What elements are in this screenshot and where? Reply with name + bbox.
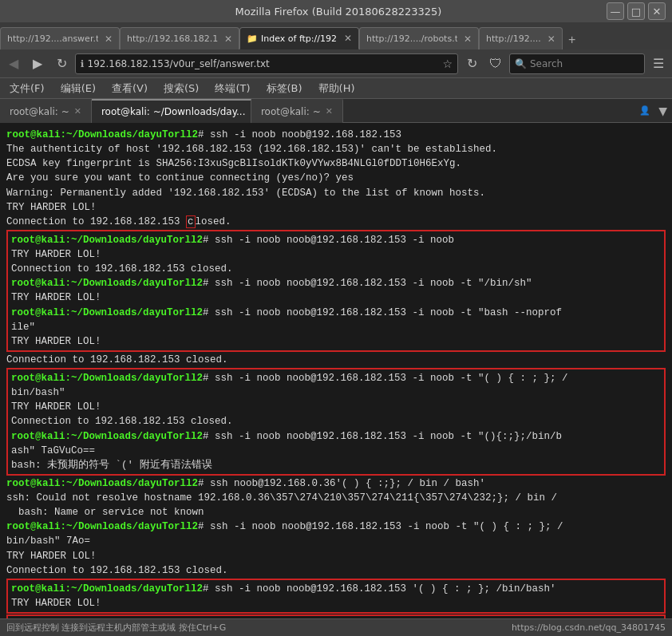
browser-tab-3[interactable]: 📁 Index of ftp://192.... ✕ (239, 27, 359, 49)
menu-search[interactable]: 搜索(S) (159, 80, 204, 97)
tab-label: http://192....answer.txt (7, 34, 98, 44)
terminal-line-6: TRY HARDER LOL! (6, 200, 666, 215)
terminal-content[interactable]: root@kali:~/Downloads/dayuTorll2# ssh -i… (0, 123, 672, 618)
terminal-line-19: Connection to 192.168.182.153 closed. (11, 414, 661, 429)
menu-view[interactable]: 查看(V) (107, 80, 152, 97)
window-title: Mozilla Firefox (Build 20180628223325) (70, 6, 607, 18)
tab-close-5[interactable]: ✕ (547, 34, 555, 45)
tab-close-1[interactable]: ✕ (105, 34, 113, 45)
browser-tab-1[interactable]: http://192....answer.txt ✕ (0, 27, 120, 49)
terminal-tab-close-3[interactable]: ✕ (326, 106, 333, 117)
menu-terminal[interactable]: 终端(T) (210, 80, 255, 97)
terminal-line-1: root@kali:~/Downloads/dayuTorll2# ssh -i… (6, 128, 666, 142)
search-placeholder: Search (530, 58, 563, 69)
terminal-line-25b: bin/bash" 7Ao= (6, 534, 666, 548)
terminal-tab-2[interactable]: root@kali: ~/Downloads/day... ✕ (92, 99, 251, 123)
terminal-settings-icon[interactable]: ▼ (654, 105, 672, 117)
tab-label: http://192..../robots.txt (366, 34, 457, 44)
terminal-tab-label-2: root@kali: ~/Downloads/day... (101, 106, 246, 117)
reload-button[interactable]: ↻ (51, 53, 72, 74)
shield-icon[interactable]: 🛡 (485, 53, 506, 74)
terminal-user-icon: 👤 (639, 105, 654, 116)
terminal-tab-label-3: root@kali: ~ (261, 106, 321, 117)
terminal-line-27: Connection to 192.168.182.153 closed. (6, 563, 666, 578)
status-url: https://blog.csdn.net/qq_34801745 (512, 622, 666, 633)
terminal-line-16: Connection to 192.168.182.153 closed. (6, 353, 666, 367)
terminal-line-4: Are you sure you want to continue connec… (6, 171, 666, 185)
terminal-line-20: root@kali:~/Downloads/dayuTorll2# ssh -i… (11, 429, 661, 444)
menu-tabs[interactable]: 标签(B) (262, 80, 307, 97)
status-text-left: 回到远程控制 连接到远程主机内部管主或域 按住Ctrl+G (6, 622, 226, 634)
browser-tab-4[interactable]: http://192..../robots.txt ✕ (359, 27, 479, 49)
terminal-line-17: root@kali:~/Downloads/dayuTorll2# ssh -i… (11, 371, 661, 385)
tab-close-4[interactable]: ✕ (464, 34, 472, 45)
terminal-tab-label-1: root@kali: ~ (10, 106, 69, 117)
search-icon: 🔍 (515, 58, 527, 69)
browser-tab-bar: http://192....answer.txt ✕ http://192.16… (0, 22, 672, 49)
terminal-line-25: root@kali:~/Downloads/dayuTorll2# ssh -i… (6, 519, 666, 534)
search-bar[interactable]: 🔍 Search (509, 53, 645, 74)
terminal-line-23: ssh: Could not resolve hostname 192.168.… (6, 491, 666, 505)
terminal-tab-bar: root@kali: ~ ✕ root@kali: ~/Downloads/da… (0, 99, 672, 123)
window-controls: — □ ✕ (607, 2, 666, 20)
url-text: 192.168.182.153/v0ur_self/answer.txt (88, 58, 440, 69)
lock-icon: ℹ (81, 58, 85, 69)
terminal-line-28: root@kali:~/Downloads/dayuTorll2# ssh -i… (11, 582, 661, 596)
terminal-line-3: ECDSA key fingerprint is SHA256:I3xuSgcB… (6, 156, 666, 171)
browser-tab-5[interactable]: http://192.... ✕ (479, 27, 563, 49)
terminal-tab-close-1[interactable]: ✕ (74, 106, 81, 117)
terminal-line-26: TRY HARDER LOL! (6, 549, 666, 563)
terminal-line-10: Connection to 192.168.182.153 closed. (11, 262, 661, 276)
forward-button[interactable]: ▶ (27, 53, 48, 74)
terminal-line-18: TRY HARDER LOL! (11, 400, 661, 414)
terminal-line-17b: bin/bash" (11, 385, 661, 400)
title-bar: Mozilla Firefox (Build 20180628223325) —… (0, 0, 672, 22)
tab-label: Index of ftp://192.... (261, 34, 338, 44)
terminal-line-7: Connection to 192.168.182.153 closed. (6, 215, 666, 229)
terminal-line-2: The authenticity of host '192.168.182.15… (6, 142, 666, 156)
refresh-icon[interactable]: ↻ (461, 53, 482, 74)
terminal-line-15: TRY HARDER LOL! (11, 334, 661, 349)
terminal-line-12: TRY HARDER LOL! (11, 290, 661, 305)
terminal-line-29: TRY HARDER LOL! (11, 596, 661, 610)
maximize-button[interactable]: □ (627, 2, 645, 20)
menu-edit[interactable]: 编辑(E) (56, 80, 101, 97)
highlight-block-1: root@kali:~/Downloads/dayuTorll2# ssh -i… (6, 230, 666, 352)
browser-frame: Mozilla Firefox (Build 20180628223325) —… (0, 0, 672, 636)
new-tab-button[interactable]: + (563, 30, 582, 49)
navigation-bar: ◀ ▶ ↻ ℹ 192.168.182.153/v0ur_self/answer… (0, 49, 672, 78)
terminal-tab-3[interactable]: root@kali: ~ ✕ (251, 99, 343, 123)
terminal-tab-extras: 👤 ▼ (639, 105, 672, 117)
status-bar: 回到远程控制 连接到远程主机内部管主或域 按住Ctrl+G https://bl… (0, 618, 672, 636)
terminal-line-5: Warning: Permanently added '192.168.182.… (6, 186, 666, 200)
menu-file[interactable]: 文件(F) (5, 80, 49, 97)
highlight-block-2: root@kali:~/Downloads/dayuTorll2# ssh -i… (6, 368, 666, 476)
highlight-block-3: root@kali:~/Downloads/dayuTorll2# ssh -i… (6, 579, 666, 614)
tab-label: http://192.168.182.1... (127, 34, 218, 44)
tab-close-3[interactable]: ✕ (344, 33, 352, 44)
bookmark-icon[interactable]: ☆ (442, 57, 453, 70)
browser-tab-2[interactable]: http://192.168.182.1... ✕ (120, 27, 239, 49)
back-button[interactable]: ◀ (3, 53, 24, 74)
tab-favicon: 📁 (247, 34, 258, 44)
terminal-line-13: root@kali:~/Downloads/dayuTorll2# ssh -i… (11, 306, 661, 320)
tab-close-2[interactable]: ✕ (224, 34, 232, 45)
close-button[interactable]: ✕ (648, 2, 666, 20)
terminal-line-9: TRY HARDER LOL! (11, 247, 661, 262)
terminal-line-21: bash: 未预期的符号 `(' 附近有语法错误 (11, 458, 661, 472)
terminal-line-11: root@kali:~/Downloads/dayuTorll2# ssh -i… (11, 276, 661, 290)
menu-help[interactable]: 帮助(H) (314, 80, 360, 97)
menu-bar: 文件(F) 编辑(E) 查看(V) 搜索(S) 终端(T) 标签(B) 帮助(H… (0, 78, 672, 99)
terminal-line-22: root@kali:~/Downloads/dayuTorll2# ssh no… (6, 476, 666, 491)
terminal-line-8: root@kali:~/Downloads/dayuTorll2# ssh -i… (11, 233, 661, 247)
terminal-tab-1[interactable]: root@kali: ~ ✕ (0, 99, 92, 123)
tab-label: http://192.... (486, 34, 541, 44)
url-bar[interactable]: ℹ 192.168.182.153/v0ur_self/answer.txt ☆ (75, 53, 458, 74)
terminal-line-14: ile" (11, 320, 661, 334)
nav-extras: ↻ 🛡 (461, 53, 506, 74)
minimize-button[interactable]: — (607, 2, 624, 20)
terminal-line-20b: ash" TaGVuCo== (11, 444, 661, 458)
terminal-line-24: bash: Name or service not known (6, 505, 666, 519)
menu-button[interactable]: ☰ (648, 53, 669, 74)
